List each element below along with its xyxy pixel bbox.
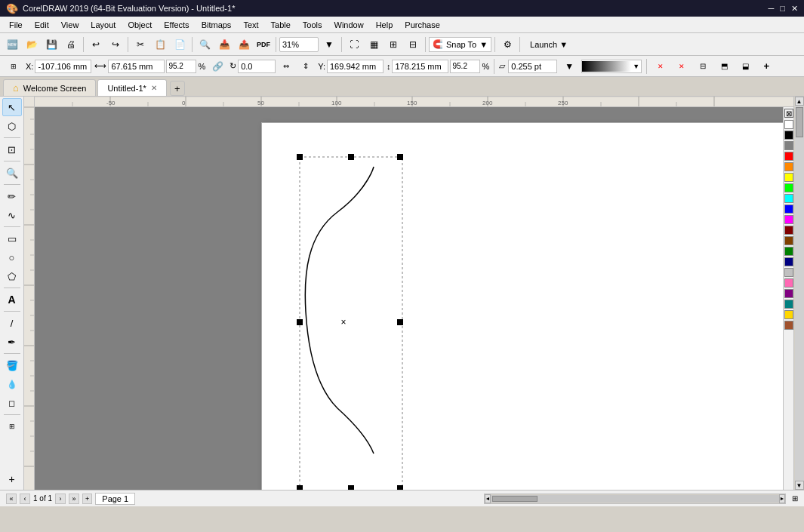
handle-tc[interactable] [348, 154, 354, 160]
text-tool-btn[interactable]: A [2, 291, 22, 309]
save-btn[interactable]: 💾 [42, 35, 60, 54]
menu-file[interactable]: File [3, 19, 29, 31]
mirror-v-btn[interactable]: ⇕ [297, 57, 315, 75]
y-input[interactable] [327, 60, 384, 73]
contour-btn[interactable]: ⊟ [694, 57, 712, 75]
zoom-in-btn[interactable]: 🔍 [196, 35, 214, 54]
shape-layer[interactable]: × [262, 123, 793, 490]
new-btn[interactable]: 🆕 [3, 35, 21, 54]
handle-bc[interactable] [348, 485, 354, 490]
menu-text[interactable]: Text [237, 19, 264, 31]
no-fill-swatch[interactable]: ⊠ [784, 109, 793, 118]
color-red[interactable] [784, 152, 793, 161]
freehand-tool-btn[interactable]: ✏ [2, 187, 22, 205]
snap-dropdown[interactable]: 🧲 Snap To ▼ [429, 37, 491, 52]
scroll-up-btn[interactable]: ▲ [795, 97, 804, 106]
obj-arrange-btn[interactable]: ⬒ [715, 57, 733, 75]
add-tool-btn[interactable]: + [2, 470, 22, 488]
stroke-dropdown[interactable]: ▼ [560, 57, 578, 75]
color-silver[interactable] [784, 268, 793, 277]
eyedropper-btn[interactable]: 💧 [2, 375, 22, 393]
menu-window[interactable]: Window [328, 19, 370, 31]
scroll-down-btn[interactable]: ▼ [795, 481, 804, 490]
color-green[interactable] [784, 183, 793, 192]
color-gold[interactable] [784, 310, 793, 319]
color-darkgreen[interactable] [784, 247, 793, 256]
launch-btn[interactable]: Launch ▼ [523, 35, 575, 54]
scroll-track[interactable] [795, 106, 804, 481]
add-tab-btn[interactable]: + [170, 81, 185, 96]
select-tool-btn[interactable]: ↖ [2, 98, 22, 116]
status-size-btn[interactable]: ⊞ [792, 494, 798, 503]
smart-fill-btn[interactable]: ⊞ [2, 417, 22, 435]
zoom-tool-btn[interactable]: 🔍 [2, 164, 22, 182]
rect-tool-btn[interactable]: ▭ [2, 229, 22, 248]
color-orange[interactable] [784, 162, 793, 171]
tab-close-btn[interactable]: ✕ [151, 84, 157, 92]
lock-ratio-btn[interactable]: 🔗 [208, 57, 226, 75]
handle-mr[interactable] [397, 319, 403, 325]
add-page-btn[interactable]: + [82, 494, 92, 504]
ellipse-tool-btn[interactable]: ○ [2, 248, 22, 266]
export-btn[interactable]: 📤 [235, 35, 253, 54]
handle-tl[interactable] [297, 154, 303, 160]
h-scroll-track[interactable] [491, 495, 779, 503]
menu-purchase[interactable]: Purchase [399, 19, 445, 31]
document-tab[interactable]: Untitled-1* ✕ [97, 79, 166, 96]
color-yellow[interactable] [784, 173, 793, 182]
close-btn[interactable]: ✕ [791, 4, 798, 14]
menu-object[interactable]: Object [122, 19, 158, 31]
fill-tool-btn[interactable]: 🪣 [2, 356, 22, 374]
page-next-btn[interactable]: › [55, 494, 66, 504]
color-pink[interactable] [784, 278, 793, 288]
color-magenta[interactable] [784, 215, 793, 224]
w-pct[interactable] [166, 60, 196, 73]
undo-btn[interactable]: ↩ [87, 35, 105, 54]
h-scroll-thumb[interactable] [492, 496, 538, 502]
page-prev-btn[interactable]: ‹ [20, 494, 30, 504]
cut-btn[interactable]: ✂ [131, 35, 149, 54]
crop-tool-btn[interactable]: ⊡ [2, 140, 22, 158]
page-first-btn[interactable]: « [6, 494, 17, 504]
obj-arrange-btn2[interactable]: ⬓ [736, 57, 754, 75]
welcome-tab[interactable]: ⌂ Welcome Screen [3, 79, 96, 96]
rotation-input[interactable] [238, 60, 276, 73]
color-purple[interactable] [784, 289, 793, 298]
color-darkblue[interactable] [784, 257, 793, 266]
handle-ml[interactable] [297, 319, 303, 325]
menu-help[interactable]: Help [370, 19, 399, 31]
add-shape-btn[interactable]: + [757, 57, 775, 75]
handle-br[interactable] [397, 485, 403, 490]
guide-btn[interactable]: ⊟ [404, 35, 422, 54]
color-gray[interactable] [784, 141, 793, 150]
handle-tr[interactable] [397, 154, 403, 160]
open-btn[interactable]: 📂 [23, 35, 41, 54]
vertical-scrollbar[interactable]: ▲ ▼ [793, 97, 804, 490]
delete-path-btn[interactable]: ✕ [652, 57, 670, 75]
scroll-right-btn[interactable]: ► [779, 494, 785, 503]
x-input[interactable] [35, 60, 91, 73]
color-black[interactable] [784, 131, 793, 140]
polygon-tool-btn[interactable]: ⬠ [2, 267, 22, 285]
h-pct[interactable] [450, 60, 480, 73]
grid-btn[interactable]: ⊞ [384, 35, 402, 54]
settings-btn[interactable]: ⚙ [498, 35, 516, 54]
redo-btn[interactable]: ↪ [106, 35, 125, 54]
menu-edit[interactable]: Edit [29, 19, 55, 31]
bezier-tool-btn[interactable]: ∿ [2, 206, 22, 224]
import-btn[interactable]: 📥 [215, 35, 233, 54]
maximize-btn[interactable]: □ [780, 4, 785, 14]
h-input[interactable] [392, 60, 448, 73]
scroll-left-btn[interactable]: ◄ [485, 494, 491, 503]
color-sienna[interactable] [784, 321, 793, 330]
menu-bitmaps[interactable]: Bitmaps [196, 19, 238, 31]
handle-bl[interactable] [297, 485, 303, 490]
color-teal[interactable] [784, 300, 793, 309]
color-blue[interactable] [784, 204, 793, 214]
w-input[interactable] [108, 60, 165, 73]
canvas-area[interactable]: -50 0 50 100 150 200 250 [35, 97, 793, 490]
print-btn[interactable]: 🖨 [62, 35, 80, 54]
page-last-btn[interactable]: » [69, 494, 79, 504]
zoom-dropdown-btn[interactable]: ▼ [320, 35, 338, 54]
copy-btn[interactable]: 📋 [151, 35, 169, 54]
